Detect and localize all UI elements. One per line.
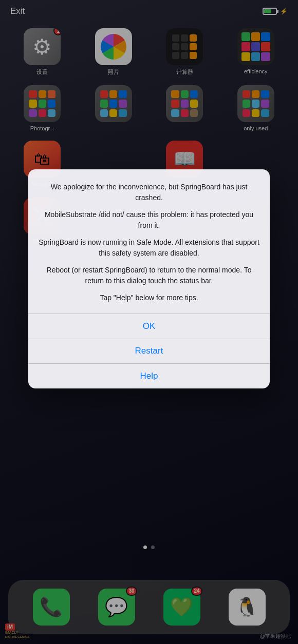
alert-text-5: Tap "Help" below for more tips. xyxy=(39,292,259,303)
alert-help-button[interactable]: Help xyxy=(28,364,270,388)
alert-restart-button[interactable]: Restart xyxy=(28,339,270,363)
alert-body: We apologize for the inconvenience, but … xyxy=(28,169,270,314)
alert-ok-button[interactable]: OK xyxy=(28,314,270,339)
alert-text-1: We apologize for the inconvenience, but … xyxy=(39,182,259,203)
alert-dialog: We apologize for the inconvenience, but … xyxy=(28,169,270,388)
alert-text-2: MobileSubstrate /did not/ cause this pro… xyxy=(39,209,259,231)
alert-text-3: SpringBoard is now running in Safe Mode.… xyxy=(39,237,259,259)
alert-text-4: Reboot (or restart SpringBoard) to retur… xyxy=(39,265,259,286)
